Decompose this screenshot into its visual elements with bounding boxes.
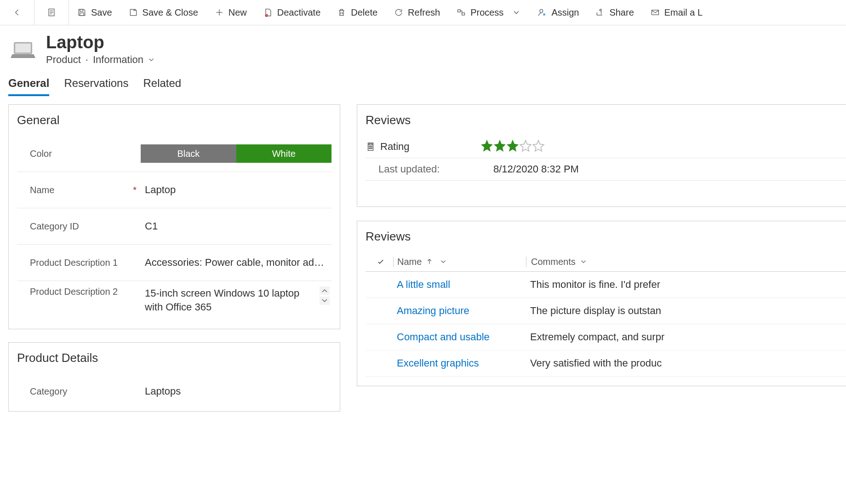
- star-empty-icon: [519, 139, 532, 152]
- spinner-down-icon[interactable]: [320, 297, 330, 305]
- star-full-icon: [480, 139, 493, 152]
- color-option-black[interactable]: Black: [141, 144, 236, 163]
- share-button[interactable]: Share: [587, 0, 642, 25]
- grid-body: A little smallThis monitor is fine. I'd …: [366, 272, 846, 377]
- table-row[interactable]: A little smallThis monitor is fine. I'd …: [366, 272, 846, 298]
- table-row[interactable]: Excellent graphicsVery satisfied with th…: [366, 350, 846, 377]
- chevron-down-icon: [439, 258, 447, 266]
- field-color-label: Color: [17, 149, 141, 159]
- field-desc2-label: Product Description 2: [17, 286, 145, 297]
- row-name[interactable]: A little small: [393, 279, 526, 291]
- section-general: General Color Black White Name Laptop Ca…: [8, 104, 340, 329]
- save-close-icon: [129, 8, 138, 17]
- field-category: Category Laptops: [17, 373, 332, 409]
- field-category-value[interactable]: Laptops: [145, 385, 332, 397]
- entity-type: Product: [46, 54, 81, 66]
- row-comments: This monitor is fine. I'd prefer: [526, 279, 846, 291]
- last-updated-row: Last updated: 8/12/2020 8:32 PM: [366, 158, 846, 181]
- table-row[interactable]: Amazing pictureThe picture display is ou…: [366, 298, 846, 324]
- field-desc1-value[interactable]: Accessories: Power cable, monitor adapte…: [145, 257, 332, 269]
- grid-header: Name Comments: [366, 252, 846, 272]
- field-category-id-value[interactable]: C1: [145, 220, 332, 232]
- row-name[interactable]: Compact and usable: [393, 331, 526, 343]
- rating-label-text: Rating: [380, 141, 410, 153]
- svg-point-21: [370, 146, 371, 147]
- assign-label: Assign: [551, 7, 579, 18]
- field-category-id-label: Category ID: [17, 221, 145, 232]
- delete-button[interactable]: Delete: [329, 0, 386, 25]
- form-name: Information: [93, 54, 143, 66]
- record-title: Laptop: [46, 34, 155, 51]
- command-bar: Save Save & Close New Deactivate Delete …: [0, 0, 846, 25]
- tab-general[interactable]: General: [8, 77, 49, 96]
- row-name[interactable]: Excellent graphics: [393, 357, 526, 369]
- section-reviews-summary-title: Reviews: [366, 113, 846, 127]
- save-close-button[interactable]: Save & Close: [120, 0, 206, 25]
- save-label: Save: [91, 7, 112, 18]
- color-option-white[interactable]: White: [236, 144, 332, 163]
- save-button[interactable]: Save: [69, 0, 120, 25]
- trash-icon: [337, 8, 346, 17]
- svg-point-25: [372, 148, 372, 149]
- grid-col-name[interactable]: Name: [393, 257, 526, 267]
- deactivate-button[interactable]: Deactivate: [255, 0, 329, 25]
- field-name-value[interactable]: Laptop: [145, 184, 332, 196]
- notes-icon[interactable]: [34, 0, 69, 25]
- section-reviews-grid-title: Reviews: [366, 229, 846, 244]
- section-reviews-summary: Reviews Rating Last updated: 8/12/2020 8…: [357, 104, 846, 207]
- email-link-label: Email a L: [664, 7, 703, 18]
- share-icon: [595, 8, 605, 17]
- field-category-label: Category: [17, 386, 145, 397]
- rating-stars[interactable]: [480, 139, 545, 155]
- record-header: Laptop Product · Information: [0, 25, 846, 66]
- refresh-icon: [394, 8, 403, 17]
- sort-asc-icon: [425, 258, 434, 266]
- svg-rect-4: [80, 9, 83, 11]
- calculator-icon: [366, 142, 376, 152]
- star-full-icon: [493, 139, 506, 152]
- row-name[interactable]: Amazing picture: [393, 305, 526, 317]
- assign-button[interactable]: Assign: [529, 0, 587, 25]
- check-icon: [377, 258, 385, 266]
- save-close-label: Save & Close: [143, 7, 198, 18]
- tab-reservations[interactable]: Reservations: [64, 77, 128, 96]
- process-icon: [457, 8, 466, 17]
- deactivate-icon: [263, 8, 273, 17]
- row-comments: The picture display is outstan: [526, 305, 846, 317]
- field-desc2-value[interactable]: 15-inch screen Windows 10 laptop with Of…: [145, 286, 320, 313]
- row-comments: Extremely compact, and surpr: [526, 331, 846, 343]
- process-button[interactable]: Process: [448, 0, 529, 25]
- chevron-down-icon: [579, 258, 588, 266]
- section-product-details-title: Product Details: [17, 351, 332, 365]
- plus-icon: [215, 8, 224, 17]
- save-icon: [77, 8, 86, 17]
- form-picker[interactable]: Information: [93, 54, 155, 66]
- star-empty-icon: [532, 139, 545, 152]
- grid-select-all[interactable]: [377, 258, 393, 266]
- star-full-icon: [506, 139, 519, 152]
- share-label: Share: [609, 7, 634, 18]
- svg-rect-17: [15, 44, 30, 52]
- svg-rect-5: [80, 13, 84, 16]
- back-button[interactable]: [0, 0, 34, 25]
- desc2-spinner[interactable]: [320, 286, 330, 305]
- section-reviews-grid: Reviews Name Comments A little smallThis…: [357, 221, 846, 386]
- email-link-button[interactable]: Email a L: [642, 0, 711, 25]
- svg-rect-12: [458, 10, 461, 12]
- grid-col-comments-label: Comments: [531, 257, 576, 267]
- table-row[interactable]: Compact and usableExtremely compact, and…: [366, 324, 846, 350]
- tab-related[interactable]: Related: [143, 77, 181, 96]
- chevron-down-icon: [147, 56, 155, 64]
- refresh-button[interactable]: Refresh: [386, 0, 448, 25]
- spinner-up-icon[interactable]: [320, 286, 330, 295]
- svg-point-23: [369, 148, 370, 149]
- rating-row: Rating: [366, 136, 846, 158]
- field-category-id: Category ID C1: [17, 208, 332, 245]
- row-comments: Very satisfied with the produc: [526, 357, 846, 369]
- field-desc1-label: Product Description 1: [17, 258, 145, 268]
- grid-col-comments[interactable]: Comments: [526, 257, 846, 267]
- assign-icon: [537, 8, 547, 17]
- new-button[interactable]: New: [206, 0, 255, 25]
- svg-rect-13: [462, 13, 465, 15]
- new-label: New: [229, 7, 247, 18]
